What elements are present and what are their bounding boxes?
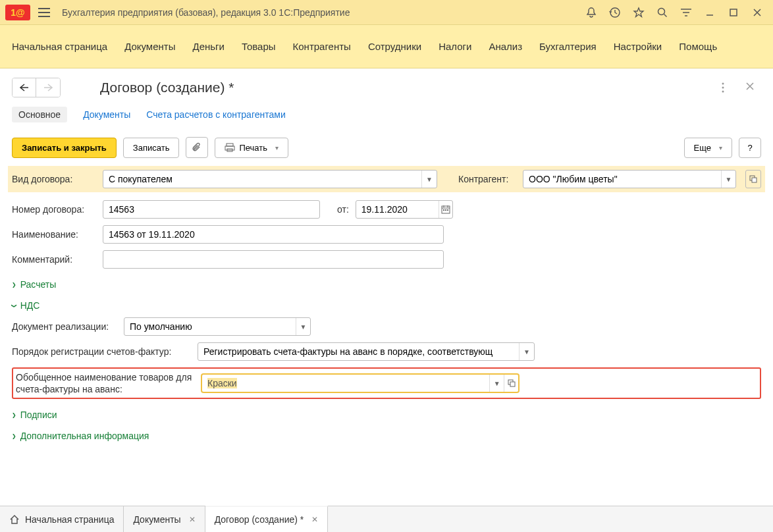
number-field[interactable] <box>103 201 319 218</box>
group-vat-label: НДС <box>20 300 40 311</box>
counterparty-input[interactable]: ▼ <box>523 170 736 188</box>
menu-taxes[interactable]: Налоги <box>439 41 471 52</box>
bottom-tab-home[interactable]: Начальная страница <box>0 506 124 532</box>
generic-name-input[interactable]: Краски ▼ <box>201 374 519 392</box>
form: Вид договора: ▼ Контрагент: ▼ Номер дого… <box>12 170 761 441</box>
dropdown-icon[interactable]: ▼ <box>489 375 504 392</box>
titlebar-icons <box>581 2 768 23</box>
dropdown-icon[interactable]: ▼ <box>519 343 534 360</box>
counterparty-field[interactable] <box>523 171 721 188</box>
menu-documents[interactable]: Документы <box>124 41 175 52</box>
more-actions-icon[interactable] <box>722 82 737 93</box>
home-icon <box>9 514 20 525</box>
page-header: Договор (создание) * <box>12 78 761 97</box>
group-additional-label: Дополнительная информация <box>20 431 149 441</box>
realization-doc-input[interactable]: ▼ <box>124 317 311 336</box>
group-payments[interactable]: ❯ Расчеты <box>12 279 761 290</box>
date-field[interactable] <box>356 201 439 218</box>
menu-home[interactable]: Начальная страница <box>12 41 107 52</box>
menu-analysis[interactable]: Анализ <box>489 41 522 52</box>
realization-doc-row: Документ реализации: ▼ <box>12 317 761 336</box>
star-icon[interactable] <box>628 2 649 23</box>
app-logo: 1@ <box>5 5 30 20</box>
menu-counterparties[interactable]: Контрагенты <box>293 41 351 52</box>
group-payments-label: Расчеты <box>20 279 57 290</box>
name-input[interactable] <box>103 225 444 244</box>
save-close-button[interactable]: Записать и закрыть <box>12 138 117 158</box>
nav-buttons <box>12 78 61 97</box>
group-signatures[interactable]: ❯ Подписи <box>12 410 761 420</box>
open-icon[interactable] <box>745 170 761 188</box>
realization-doc-field[interactable] <box>124 318 296 335</box>
tab-accounts[interactable]: Счета расчетов с контрагентами <box>146 107 285 122</box>
bottom-tabs: Начальная страница Документы ✕ Договор (… <box>0 506 773 532</box>
help-button[interactable]: ? <box>739 138 761 158</box>
more-button[interactable]: Еще <box>684 138 732 158</box>
bottom-tab-contract[interactable]: Договор (создание) * ✕ <box>205 506 329 532</box>
tab-main[interactable]: Основное <box>12 107 67 122</box>
comment-input[interactable] <box>103 250 444 269</box>
menu-goods[interactable]: Товары <box>242 41 276 52</box>
number-input[interactable] <box>103 200 320 219</box>
nav-back-button[interactable] <box>13 78 36 97</box>
date-input[interactable] <box>356 200 453 219</box>
dropdown-icon[interactable]: ▼ <box>296 318 310 335</box>
main-menu-icon[interactable] <box>34 3 54 22</box>
svg-rect-14 <box>447 209 448 211</box>
name-field[interactable] <box>103 226 443 243</box>
generic-name-highlight: Обобщенное наименование товаров для счет… <box>12 367 761 399</box>
dropdown-icon[interactable]: ▼ <box>421 171 437 188</box>
bottom-tab-documents[interactable]: Документы ✕ <box>124 506 205 532</box>
invoice-order-field[interactable] <box>198 343 519 360</box>
maximize-icon[interactable] <box>723 2 744 23</box>
main-menu: Начальная страница Документы Деньги Това… <box>0 25 773 68</box>
minimize-icon[interactable] <box>699 2 720 23</box>
comment-field[interactable] <box>103 251 443 268</box>
contract-type-label: Вид договора: <box>12 174 96 184</box>
bell-icon[interactable] <box>581 2 602 23</box>
dropdown-icon[interactable]: ▼ <box>721 171 735 188</box>
save-button[interactable]: Записать <box>123 138 180 158</box>
generic-name-field[interactable]: Краски <box>202 375 489 392</box>
group-additional[interactable]: ❯ Дополнительная информация <box>12 431 761 441</box>
print-button[interactable]: Печать <box>215 138 288 158</box>
tab-close-icon[interactable]: ✕ <box>311 515 318 524</box>
chevron-right-icon: ❯ <box>12 432 16 440</box>
calendar-icon[interactable] <box>439 201 452 218</box>
filter-icon[interactable] <box>676 2 697 23</box>
menu-help[interactable]: Помощь <box>679 41 717 52</box>
tab-documents[interactable]: Документы <box>83 107 130 122</box>
bottom-tab-documents-label: Документы <box>133 514 180 525</box>
app-title: Бухгалтерия предприятия (базовая), редак… <box>62 7 581 18</box>
open-icon[interactable] <box>504 375 518 392</box>
menu-money[interactable]: Деньги <box>192 41 224 52</box>
tab-close-icon[interactable]: ✕ <box>189 515 196 524</box>
menu-employees[interactable]: Сотрудники <box>368 41 421 52</box>
generic-name-value: Краски <box>207 378 237 388</box>
chevron-right-icon: ❯ <box>12 411 16 419</box>
page-title: Договор (создание) * <box>100 80 722 95</box>
close-page-icon[interactable] <box>745 82 761 93</box>
attach-button[interactable] <box>186 137 208 158</box>
toolbar: Записать и закрыть Записать Печать Еще ? <box>12 137 761 158</box>
invoice-order-row: Порядок регистрации счетов-фактур: ▼ <box>12 342 761 361</box>
history-icon[interactable] <box>604 2 626 23</box>
svg-point-3 <box>722 83 724 85</box>
contract-type-input[interactable]: ▼ <box>103 170 437 188</box>
name-row: Наименование: <box>12 225 761 244</box>
menu-accounting[interactable]: Бухгалтерия <box>539 41 597 52</box>
svg-rect-6 <box>227 144 233 146</box>
page-tabs: Основное Документы Счета расчетов с конт… <box>12 107 761 122</box>
group-vat[interactable]: ❯ НДС <box>12 300 761 311</box>
close-icon[interactable] <box>747 2 768 23</box>
search-icon[interactable] <box>652 2 673 23</box>
invoice-order-input[interactable]: ▼ <box>198 342 535 361</box>
svg-rect-7 <box>225 146 234 150</box>
menu-settings[interactable]: Настройки <box>614 41 662 52</box>
contract-type-field[interactable] <box>103 171 421 188</box>
print-label: Печать <box>239 143 267 153</box>
contract-type-row: Вид договора: ▼ Контрагент: ▼ <box>8 166 765 192</box>
chevron-right-icon: ❯ <box>12 280 16 289</box>
titlebar: 1@ Бухгалтерия предприятия (базовая), ре… <box>0 0 773 25</box>
svg-point-5 <box>722 91 724 93</box>
